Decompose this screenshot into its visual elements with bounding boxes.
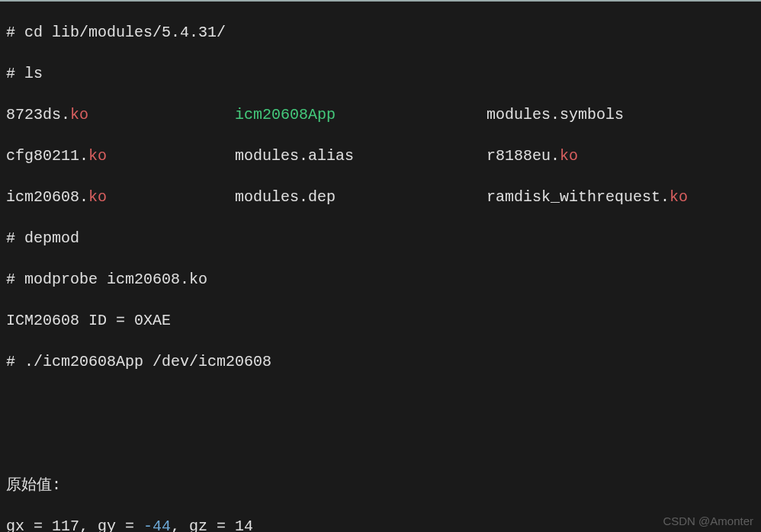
file-name: icm20608App bbox=[235, 106, 336, 123]
val-gx: 117 bbox=[52, 518, 79, 532]
cmd-runapp: # ./icm20608App /dev/icm20608 bbox=[6, 351, 755, 372]
cmd-text: ./icm20608App /dev/icm20608 bbox=[24, 353, 271, 370]
file-ext: ko bbox=[669, 188, 688, 206]
cmd-text: depmod bbox=[24, 229, 79, 247]
val-gy: -44 bbox=[143, 518, 171, 532]
file-ext: ko bbox=[560, 147, 578, 165]
cmd-ls: # ls bbox=[6, 63, 755, 84]
cmd-depmod: # depmod bbox=[6, 228, 755, 248]
prompt: # bbox=[6, 24, 15, 41]
file-ext: ko bbox=[88, 147, 107, 165]
ls-row: icm20608.komodules.depramdisk_withreques… bbox=[6, 187, 755, 207]
cmd-text: cd lib/modules/5.4.31/ bbox=[24, 24, 226, 41]
terminal-output[interactable]: # cd lib/modules/5.4.31/ # ls 8723ds.koi… bbox=[0, 2, 761, 532]
file-name: modules.alias bbox=[235, 147, 354, 165]
prompt: # bbox=[6, 229, 15, 247]
raw-gyro: gx = 117, gy = -44, gz = 14 bbox=[6, 516, 755, 532]
ls-row: cfg80211.komodules.aliasr8188eu.ko bbox=[6, 146, 755, 166]
file-ext: ko bbox=[70, 106, 88, 123]
prompt: # bbox=[6, 271, 15, 288]
file-name: icm20608. bbox=[6, 188, 88, 206]
cmd-cd: # cd lib/modules/5.4.31/ bbox=[6, 22, 755, 43]
file-name: modules.dep bbox=[235, 188, 336, 206]
cmd-modprobe: # modprobe icm20608.ko bbox=[6, 269, 755, 290]
file-name: r8188eu. bbox=[486, 147, 560, 165]
blank-line bbox=[6, 434, 755, 454]
file-name: 8723ds. bbox=[6, 106, 70, 123]
blank-line bbox=[6, 393, 755, 413]
val-gz: 14 bbox=[235, 518, 253, 532]
id-line: ICM20608 ID = 0XAE bbox=[6, 310, 755, 331]
file-name: cfg80211. bbox=[6, 147, 88, 165]
file-ext: ko bbox=[88, 188, 107, 206]
prompt: # bbox=[6, 353, 15, 370]
cmd-text: ls bbox=[24, 65, 43, 82]
raw-label: 原始值: bbox=[6, 475, 755, 495]
file-name: ramdisk_withrequest. bbox=[486, 188, 669, 206]
id-text: ICM20608 ID = 0XAE bbox=[6, 312, 171, 329]
cmd-text: modprobe icm20608.ko bbox=[24, 271, 207, 288]
label: 原始值: bbox=[6, 476, 61, 494]
watermark: CSDN @Amonter bbox=[663, 514, 753, 529]
file-name: modules.symbols bbox=[486, 106, 624, 123]
ls-row: 8723ds.koicm20608Appmodules.symbols bbox=[6, 104, 755, 125]
prompt: # bbox=[6, 65, 15, 82]
